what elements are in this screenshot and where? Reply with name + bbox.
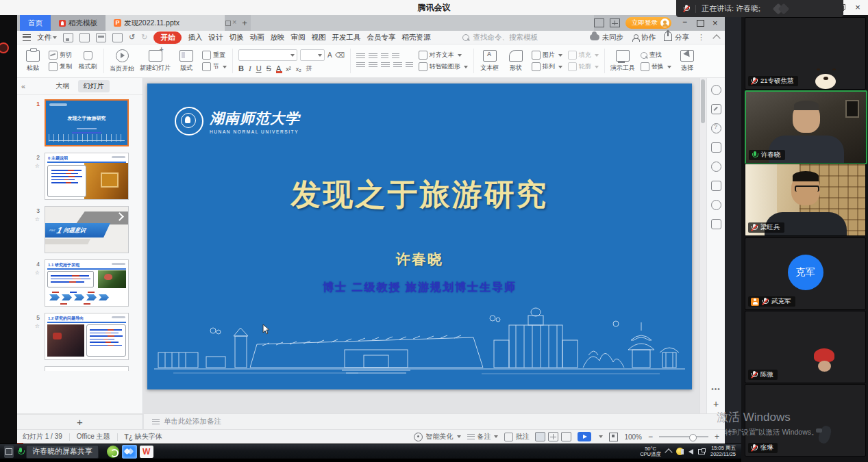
collapse-panel-icon[interactable]	[21, 82, 28, 89]
bullet-list-icon[interactable]	[356, 53, 365, 60]
side-settings-icon[interactable]	[711, 200, 721, 210]
bold-button[interactable]	[238, 64, 244, 73]
fill-button[interactable]: 填充	[568, 51, 599, 60]
arrange-button[interactable]: 排列	[532, 62, 562, 71]
side-resource-icon[interactable]	[711, 181, 721, 191]
browser-360-icon[interactable]	[107, 446, 119, 458]
menu-animation[interactable]: 动画	[249, 33, 264, 42]
numbered-list-icon[interactable]	[369, 53, 377, 60]
tab-pin-icon[interactable]	[225, 20, 232, 27]
justify-icon[interactable]	[393, 62, 402, 68]
tab-home[interactable]: 首页	[20, 15, 51, 31]
zoom-slider[interactable]	[659, 436, 708, 437]
participant-tile[interactable]: 克军 武克军	[745, 238, 866, 310]
sync-status[interactable]: 未同步	[590, 33, 624, 42]
preview-icon[interactable]	[112, 33, 123, 42]
comments-button[interactable]: 批注	[504, 432, 529, 441]
sorter-view-button[interactable]	[548, 432, 558, 441]
participant-tile[interactable]: 许春晓	[745, 90, 867, 164]
line-spacing-icon[interactable]	[406, 62, 413, 68]
tray-expand-icon[interactable]	[665, 448, 672, 456]
scrollbar-thumb[interactable]	[701, 79, 705, 123]
align-text-button[interactable]: 对齐文本	[419, 51, 468, 60]
presentation-tools-button[interactable]: 演示工具	[610, 50, 635, 73]
menu-insert[interactable]: 插入	[188, 33, 202, 42]
window-layout-icon[interactable]	[594, 18, 604, 27]
side-properties-icon[interactable]	[711, 104, 721, 114]
side-more-icon[interactable]	[711, 385, 721, 393]
theme-name[interactable]: Office 主题	[77, 432, 110, 441]
fit-slide-icon[interactable]	[609, 433, 618, 441]
screen-share-indicator-icon[interactable]	[4, 446, 14, 458]
tab-outline[interactable]: 大纲	[51, 80, 75, 92]
hamburger-icon[interactable]	[23, 34, 31, 41]
wps-maximize-button[interactable]	[693, 17, 707, 29]
slideshow-play-button[interactable]	[578, 432, 591, 441]
increase-font-icon[interactable]	[327, 51, 332, 59]
menu-member[interactable]: 会员专享	[367, 33, 395, 42]
menu-file[interactable]: 文件	[37, 33, 57, 42]
zoom-level[interactable]: 100%	[624, 433, 642, 441]
indent-decrease-icon[interactable]	[381, 53, 388, 60]
menu-review[interactable]: 审阅	[290, 33, 305, 42]
find-button[interactable]: 查找	[641, 51, 671, 60]
slide-editor-canvas[interactable]: 湖南师范大学 HUNAN NORMAL UNIVERSITY 发现之于旅游研究 …	[143, 78, 699, 413]
network-icon[interactable]	[698, 448, 706, 454]
menu-design[interactable]: 设计	[208, 33, 223, 42]
collapse-ribbon-icon[interactable]	[712, 34, 720, 42]
menu-slideshow[interactable]: 放映	[270, 33, 284, 42]
underline-button[interactable]	[256, 64, 262, 73]
tab-docer-templates[interactable]: 稻壳模板	[51, 15, 106, 31]
editor-scrollbar[interactable]	[699, 78, 706, 413]
slide-thumbnail-5[interactable]: 1.2 研究的问题导向	[45, 313, 129, 360]
slide-thumbnail-1[interactable]: 发现之于旅游研究	[45, 99, 129, 146]
wps-close-button[interactable]	[708, 17, 722, 29]
export-icon[interactable]	[79, 33, 90, 42]
phonetic-button[interactable]	[306, 64, 312, 73]
play-from-current-button[interactable]: 当页开始	[110, 49, 134, 73]
menu-docer-res[interactable]: 稻壳资源	[401, 33, 430, 42]
font-family-combo[interactable]	[238, 49, 297, 61]
menu-view[interactable]: 视图	[311, 33, 325, 42]
clock[interactable]: 15:05 周五 2022/11/25	[710, 446, 739, 457]
picture-button[interactable]: 图片	[532, 51, 562, 60]
side-layers-icon[interactable]	[711, 142, 721, 153]
volume-icon[interactable]	[689, 449, 693, 454]
login-button[interactable]: 立即登录	[625, 17, 671, 29]
redo-icon[interactable]: ↻	[141, 33, 147, 42]
reset-button[interactable]: 重置	[202, 51, 227, 60]
font-size-combo[interactable]	[300, 49, 325, 61]
side-bookmark-icon[interactable]	[711, 219, 721, 229]
align-right-icon[interactable]	[381, 62, 390, 68]
align-center-icon[interactable]	[369, 62, 377, 68]
notes-input[interactable]: 单击此处添加备注	[143, 414, 725, 429]
participant-tile[interactable]: 梁旺兵	[745, 164, 866, 236]
smart-beautify-button[interactable]: 智能美化	[414, 432, 461, 441]
superscript-button[interactable]	[286, 64, 291, 73]
reading-view-button[interactable]	[561, 432, 571, 441]
side-help-icon[interactable]	[711, 123, 721, 133]
normal-view-button[interactable]	[535, 432, 545, 441]
section-button[interactable]: 节	[202, 62, 227, 71]
zoom-slider-knob[interactable]	[689, 434, 697, 441]
participant-tile[interactable]: 陈微	[745, 311, 866, 383]
font-color-button[interactable]	[276, 64, 281, 73]
side-animation-icon[interactable]	[711, 85, 721, 95]
window-grid-icon[interactable]	[610, 18, 620, 27]
share-button[interactable]: 分享	[664, 33, 689, 42]
new-tab-button[interactable]	[238, 18, 251, 28]
missing-font-warning[interactable]: 缺失字体	[125, 432, 162, 441]
slide-thumbnail-3[interactable]: Part 1 问题意识	[45, 206, 129, 253]
wps-minimize-button[interactable]	[678, 17, 692, 29]
new-slide-button[interactable]: 新建幻灯片	[140, 50, 171, 73]
menu-start[interactable]: 开始	[153, 31, 182, 44]
strikethrough-button[interactable]	[266, 64, 271, 73]
to-smartart-button[interactable]: 转智能图形	[419, 62, 468, 71]
shapes-button[interactable]: 形状	[506, 50, 526, 73]
indent-increase-icon[interactable]	[392, 53, 399, 60]
slide-thumbnail-4[interactable]: 1.1 研究始于发现	[45, 259, 129, 307]
tencent-meeting-taskbar-icon[interactable]	[122, 445, 137, 459]
copy-button[interactable]: 复制	[49, 62, 72, 71]
paste-button[interactable]: 粘贴	[23, 50, 43, 73]
participant-tile[interactable]: 张琳	[745, 384, 866, 457]
